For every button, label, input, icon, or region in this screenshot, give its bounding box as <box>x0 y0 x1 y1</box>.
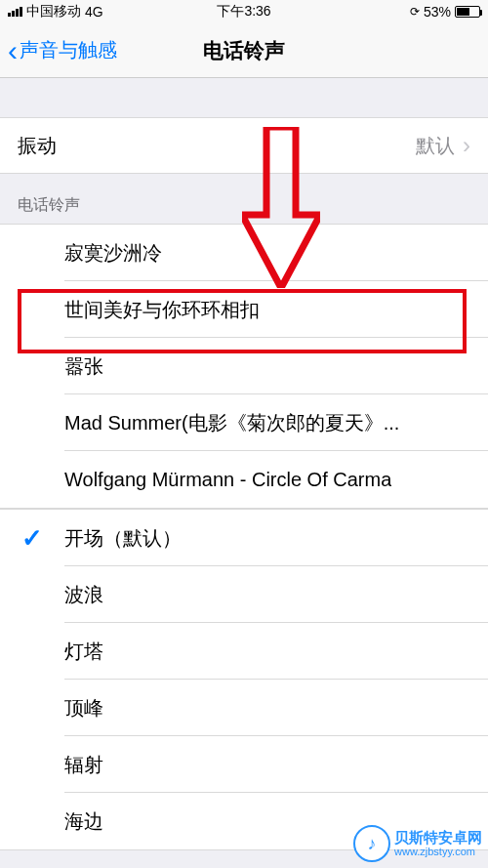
ringtone-label: 嚣张 <box>64 353 103 380</box>
battery-icon <box>455 6 480 18</box>
ringtone-row[interactable]: 寂寞沙洲冷 <box>0 225 488 281</box>
ringtone-label: Mad Summer(电影《菊次郎的夏天》... <box>64 410 399 436</box>
orientation-lock-icon: ⟳ <box>410 5 420 19</box>
ringtone-row[interactable]: 灯塔 <box>0 623 488 680</box>
ringtone-row[interactable]: 顶峰 <box>0 680 488 736</box>
battery-pct: 53% <box>424 4 451 20</box>
vibration-cell[interactable]: 振动 默认 › <box>0 117 488 174</box>
ringtone-label: 世间美好与你环环相扣 <box>64 297 260 323</box>
back-label: 声音与触感 <box>20 37 117 63</box>
clock: 下午3:36 <box>217 3 270 21</box>
ringtone-row[interactable]: Wolfgang Mürmann - Circle Of Carma <box>0 451 488 508</box>
watermark-url: www.zjbstyy.com <box>394 846 482 857</box>
ringtone-label: 波浪 <box>64 582 103 608</box>
chevron-left-icon: ‹ <box>8 36 18 65</box>
ringtone-label: 寂寞沙洲冷 <box>64 240 162 267</box>
back-button[interactable]: ‹ 声音与触感 <box>8 36 117 65</box>
watermark-title: 贝斯特安卓网 <box>394 830 482 847</box>
status-bar: 中国移动 4G 下午3:36 ⟳ 53% <box>0 0 488 23</box>
status-right: ⟳ 53% <box>410 4 480 20</box>
chevron-right-icon: › <box>463 132 470 159</box>
ringtone-label: 海边 <box>64 808 103 835</box>
custom-tones-list: 寂寞沙洲冷 世间美好与你环环相扣 嚣张 Mad Summer(电影《菊次郎的夏天… <box>0 224 488 509</box>
watermark: ♪ 贝斯特安卓网 www.zjbstyy.com <box>353 825 482 862</box>
system-tones-list: ✓ 开场（默认） 波浪 灯塔 顶峰 辐射 海边 <box>0 510 488 850</box>
ringtone-label: Wolfgang Mürmann - Circle Of Carma <box>64 469 391 491</box>
ringtone-row[interactable]: 辐射 <box>0 736 488 793</box>
ringtone-row[interactable]: 嚣张 <box>0 338 488 394</box>
network-label: 4G <box>85 4 103 20</box>
status-left: 中国移动 4G <box>8 3 103 21</box>
vibration-value: 默认 <box>416 133 455 159</box>
checkmark-icon: ✓ <box>21 523 43 554</box>
ringtone-label: 顶峰 <box>64 695 103 722</box>
page-title: 电话铃声 <box>203 37 285 64</box>
ringtone-row[interactable]: Mad Summer(电影《菊次郎的夏天》... <box>0 394 488 451</box>
ringtone-label: 辐射 <box>64 752 103 778</box>
ringtone-row[interactable]: ✓ 开场（默认） <box>0 510 488 566</box>
ringtone-label: 灯塔 <box>64 639 103 665</box>
watermark-logo-icon: ♪ <box>353 825 390 862</box>
vibration-label: 振动 <box>18 133 57 159</box>
nav-bar: ‹ 声音与触感 电话铃声 <box>0 23 488 78</box>
ringtone-row[interactable]: 波浪 <box>0 566 488 623</box>
signal-icon <box>8 7 22 17</box>
ringtone-row[interactable]: 世间美好与你环环相扣 <box>0 281 488 338</box>
section-header-ringtones: 电话铃声 <box>0 174 488 224</box>
ringtone-label: 开场（默认） <box>64 525 182 552</box>
carrier-label: 中国移动 <box>26 3 81 21</box>
